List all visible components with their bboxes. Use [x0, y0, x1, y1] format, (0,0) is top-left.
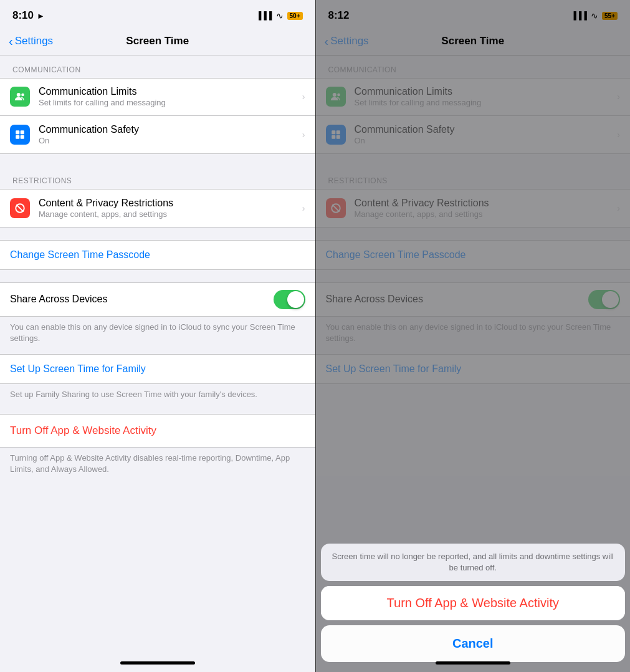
home-bar-left	[120, 661, 195, 665]
action-sheet-overlay: Screen time will no longer be reported, …	[316, 0, 631, 672]
turn-off-row-left[interactable]: Turn Off App & Website Activity	[0, 414, 315, 448]
content-left: COMMUNICATION Communication Limits Set l…	[0, 55, 315, 654]
content-privacy-icon-left	[10, 198, 30, 218]
signal-icon-left: ▐▐▐	[256, 11, 272, 20]
location-icon-left: ►	[37, 11, 45, 21]
share-toggle-left[interactable]	[274, 290, 305, 309]
content-privacy-text-left: Content & Privacy Restrictions Manage co…	[39, 198, 298, 219]
home-indicator-right	[316, 653, 631, 672]
action-sheet-description: Screen time will no longer be reported, …	[321, 544, 626, 581]
comm-limits-text-left: Communication Limits Set limits for call…	[39, 86, 298, 107]
status-time-left: 8:10 ►	[12, 9, 45, 22]
family-description-left: Set up Family Sharing to use Screen Time…	[0, 384, 315, 410]
communication-group-left: Communication Limits Set limits for call…	[0, 78, 315, 154]
turn-off-description-left: Turning off App & Website Activity disab…	[0, 448, 315, 485]
comm-safety-icon-left	[10, 125, 30, 145]
communication-safety-item-left[interactable]: Communication Safety On ›	[0, 116, 315, 153]
svg-line-7	[16, 204, 23, 211]
confirm-turn-off-button[interactable]: Turn Off App & Website Activity	[321, 586, 626, 620]
status-icons-left: ▐▐▐ ∿ 50+	[256, 11, 302, 21]
svg-rect-5	[21, 135, 24, 138]
nav-bar-left: ‹ Settings Screen Time	[0, 27, 315, 55]
share-description-left: You can enable this on any device signed…	[0, 317, 315, 354]
comm-safety-text-left: Communication Safety On	[39, 124, 298, 145]
toggle-knob-left	[287, 291, 304, 308]
svg-rect-4	[16, 135, 19, 138]
back-chevron-left: ‹	[9, 35, 13, 47]
chevron-comm-limits-left: ›	[302, 92, 305, 102]
svg-point-1	[21, 94, 24, 97]
nav-title-left: Screen Time	[126, 35, 189, 47]
restrictions-header-left: RESTRICTIONS	[0, 166, 315, 189]
left-phone: 8:10 ► ▐▐▐ ∿ 50+ ‹ Settings Screen Time …	[0, 0, 315, 672]
home-bar-right	[436, 661, 510, 665]
family-link-left[interactable]: Set Up Screen Time for Family	[0, 354, 315, 384]
status-bar-left: 8:10 ► ▐▐▐ ∿ 50+	[0, 0, 315, 27]
svg-rect-2	[16, 130, 19, 134]
restrictions-group-left: Content & Privacy Restrictions Manage co…	[0, 189, 315, 228]
wifi-icon-left: ∿	[276, 11, 284, 21]
battery-left: 50+	[287, 12, 303, 20]
communication-header-left: COMMUNICATION	[0, 55, 315, 78]
chevron-content-privacy-left: ›	[302, 203, 305, 213]
passcode-item-left[interactable]: Change Screen Time Passcode	[0, 240, 315, 270]
communication-limits-item-left[interactable]: Communication Limits Set limits for call…	[0, 79, 315, 116]
comm-limits-icon-left	[10, 87, 30, 107]
home-indicator-left	[0, 653, 315, 672]
svg-point-0	[17, 93, 21, 97]
right-phone: 8:12 ▐▐▐ ∿ 55+ ‹ Settings Screen Time CO…	[315, 0, 631, 672]
action-sheet-confirm-group: Turn Off App & Website Activity	[321, 586, 626, 620]
share-toggle-row-left: Share Across Devices	[0, 282, 315, 317]
share-section-left: Share Across Devices You can enable this…	[0, 282, 315, 354]
svg-rect-3	[21, 130, 24, 134]
chevron-comm-safety-left: ›	[302, 130, 305, 140]
back-button-left[interactable]: ‹ Settings	[9, 35, 53, 47]
content-privacy-item-left[interactable]: Content & Privacy Restrictions Manage co…	[0, 190, 315, 227]
